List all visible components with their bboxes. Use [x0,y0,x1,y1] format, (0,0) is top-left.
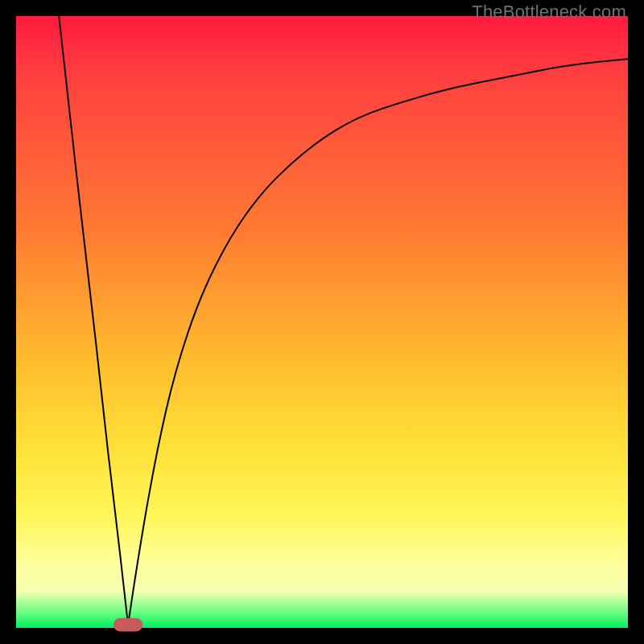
chart-frame: TheBottleneck.com [0,0,644,644]
curve-left-branch [59,16,128,625]
min-marker [114,618,142,632]
chart-svg [16,16,628,628]
curve-right-branch [128,59,628,625]
